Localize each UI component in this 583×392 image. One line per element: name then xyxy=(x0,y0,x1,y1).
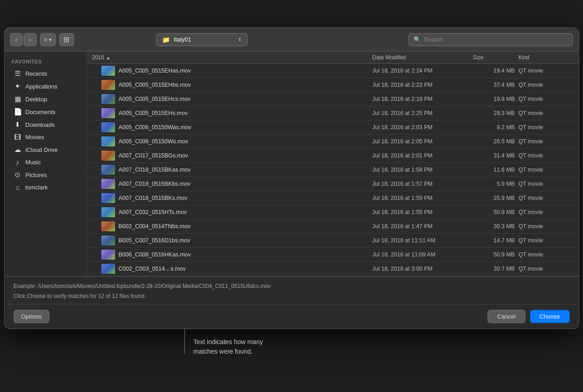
file-size: 19.8 MB xyxy=(473,96,519,102)
table-row[interactable]: A005_C006_05150Was.mov Jul 18, 2016 at 2… xyxy=(87,120,579,135)
new-folder-button[interactable]: ⊞ xyxy=(59,33,74,46)
file-thumbnail xyxy=(101,207,115,217)
file-size: 9.2 MB xyxy=(473,124,519,131)
file-thumbnail xyxy=(101,66,115,76)
sort-icon: ▲ xyxy=(106,55,110,60)
view-button[interactable]: ≡ ▾ xyxy=(40,33,56,46)
file-name: B005_C007_0516D1bs.mov xyxy=(92,235,373,246)
table-row[interactable]: A005_C005_0515EHs.mov Jul 18, 2016 at 2:… xyxy=(87,106,579,120)
file-thumbnail xyxy=(101,193,115,203)
sidebar-item-downloads[interactable]: ⬇ Downloads xyxy=(6,118,84,131)
forward-button[interactable]: › xyxy=(24,33,37,46)
file-date: Jul 18, 2016 at 2:24 PM xyxy=(373,68,473,74)
file-kind: QT movie xyxy=(519,237,573,244)
file-name: A007_C018_0515BKbs.mov xyxy=(92,179,373,189)
downloads-icon: ⬇ xyxy=(14,120,22,129)
file-size: 19.4 MB xyxy=(473,68,519,74)
cancel-button[interactable]: Cancel xyxy=(488,310,525,323)
file-size: 25.9 MB xyxy=(473,195,519,201)
sidebar-item-documents[interactable]: 📄 Documents xyxy=(6,105,84,118)
recents-icon: ☰ xyxy=(14,69,22,78)
file-kind: QT movie xyxy=(519,167,573,173)
annotation-line xyxy=(184,329,185,354)
nav-buttons: ‹ › xyxy=(10,33,37,46)
column-size[interactable]: Size xyxy=(473,54,519,61)
file-panel: 2016 ▲ Date Modified Size Kind A005_C005… xyxy=(87,52,579,276)
sidebar-item-label: Movies xyxy=(26,134,44,141)
music-icon: ♪ xyxy=(14,158,22,166)
sidebar-item-label: Documents xyxy=(26,109,56,115)
sidebar-item-movies[interactable]: 🎞 Movies xyxy=(6,131,84,143)
table-row[interactable]: A005_C005_0515EHas.mov Jul 18, 2016 at 2… xyxy=(87,64,579,78)
sidebar-item-icloud[interactable]: ☁ iCloud Drive xyxy=(6,143,84,156)
icloud-icon: ☁ xyxy=(14,146,22,154)
file-size: 30.7 MB xyxy=(473,266,519,272)
column-kind[interactable]: Kind xyxy=(519,54,573,61)
file-thumbnail xyxy=(101,165,115,175)
column-name[interactable]: 2016 ▲ xyxy=(92,54,373,61)
table-row[interactable]: A007_C018_0515BKs.mov Jul 18, 2016 at 1:… xyxy=(87,191,579,205)
file-name: B002_C004_0514TNbs.mov xyxy=(92,221,373,231)
file-list-header: 2016 ▲ Date Modified Size Kind xyxy=(87,52,579,64)
file-name: A005_C005_0515EHas.mov xyxy=(92,66,373,76)
sidebar-item-music[interactable]: ♪ Music xyxy=(6,156,84,168)
sidebar: Favorites ☰ Recents ✦ Applications ▦ Des… xyxy=(5,52,87,276)
file-date: Jul 18, 2016 at 1:59 PM xyxy=(373,195,473,201)
main-content: Favorites ☰ Recents ✦ Applications ▦ Des… xyxy=(5,52,579,276)
table-row[interactable]: B002_C004_0514TNbs.mov Jul 18, 2016 at 1… xyxy=(87,220,579,234)
annotation-area: Text indicates how many matches were fou… xyxy=(4,329,579,334)
back-button[interactable]: ‹ xyxy=(10,33,23,46)
location-popup[interactable]: 📁 Italy01 ⬍ xyxy=(156,33,247,46)
file-size: 26.5 MB xyxy=(473,138,519,145)
file-name: A005_C005_0515EHcs.mov xyxy=(92,94,373,104)
file-kind: QT movie xyxy=(519,266,573,272)
applications-icon: ✦ xyxy=(14,82,22,90)
table-row[interactable]: B006_C008_0516HKas.mov Jul 18, 2016 at 1… xyxy=(87,248,579,262)
file-kind: QT movie xyxy=(519,195,573,201)
file-thumbnail xyxy=(101,80,115,90)
file-thumbnail xyxy=(101,108,115,118)
pictures-icon: ⊙ xyxy=(14,171,22,179)
file-size: 11.6 MB xyxy=(473,167,519,173)
file-name: B006_C008_0516HKas.mov xyxy=(92,250,373,260)
file-name: A007_C018_0515BKas.mov xyxy=(92,165,373,175)
search-icon: 🔍 xyxy=(414,36,421,43)
file-thumbnail xyxy=(101,136,115,146)
table-row[interactable]: A007_C032_0515HTs.mov Jul 18, 2016 at 1:… xyxy=(87,205,579,220)
table-row[interactable]: A005_C005_0515EHcs.mov Jul 18, 2016 at 2… xyxy=(87,92,579,106)
sidebar-item-label: Recents xyxy=(26,70,47,77)
file-date: Jul 18, 2016 at 3:00 PM xyxy=(373,266,473,272)
table-row[interactable]: B005_C007_0516D1bs.mov Jul 18, 2016 at 1… xyxy=(87,234,579,248)
desktop-icon: ▦ xyxy=(14,95,22,103)
table-row[interactable]: A007_C017_0515BGs.mov Jul 18, 2016 at 2:… xyxy=(87,149,579,163)
file-name: A005_C005_0515EHs.mov xyxy=(92,108,373,118)
sidebar-section-label: Favorites xyxy=(5,57,86,67)
table-row[interactable]: A005_C005_0515EHbs.mov Jul 18, 2016 at 2… xyxy=(87,78,579,92)
file-thumbnail xyxy=(101,122,115,132)
search-input[interactable] xyxy=(424,36,568,43)
file-kind: QT movie xyxy=(519,82,573,88)
file-size: 30.3 MB xyxy=(473,223,519,230)
table-row[interactable]: C002_C003_0514…s.mov Jul 18, 2016 at 3:0… xyxy=(87,262,579,276)
file-date: Jul 18, 2016 at 2:19 PM xyxy=(373,96,473,102)
options-button[interactable]: Options xyxy=(14,310,50,323)
location-folder-icon: 📁 xyxy=(162,36,170,43)
file-size: 50.9 MB xyxy=(473,209,519,215)
sidebar-item-recents[interactable]: ☰ Recents xyxy=(6,67,84,80)
column-date[interactable]: Date Modified xyxy=(373,54,473,61)
sidebar-item-pictures[interactable]: ⊙ Pictures xyxy=(6,168,84,181)
file-date: Jul 18, 2016 at 1:58 PM xyxy=(373,167,473,173)
sidebar-item-applications[interactable]: ✦ Applications xyxy=(6,80,84,93)
search-box[interactable]: 🔍 xyxy=(409,33,573,46)
file-size: 31.4 MB xyxy=(473,152,519,159)
table-row[interactable]: A005_C006_05150Ws.mov Jul 18, 2016 at 2:… xyxy=(87,135,579,149)
file-kind: QT movie xyxy=(519,181,573,187)
sidebar-item-tomclark[interactable]: ⌂ tomclark xyxy=(6,181,84,193)
sidebar-item-desktop[interactable]: ▦ Desktop xyxy=(6,93,84,105)
table-row[interactable]: A007_C018_0515BKas.mov Jul 18, 2016 at 1… xyxy=(87,163,579,177)
location-label: Italy01 xyxy=(173,36,191,43)
choose-button[interactable]: Choose xyxy=(530,310,570,323)
table-row[interactable]: A007_C018_0515BKbs.mov Jul 18, 2016 at 1… xyxy=(87,177,579,191)
file-size: 50.9 MB xyxy=(473,251,519,258)
sidebar-item-label: Desktop xyxy=(26,96,47,103)
